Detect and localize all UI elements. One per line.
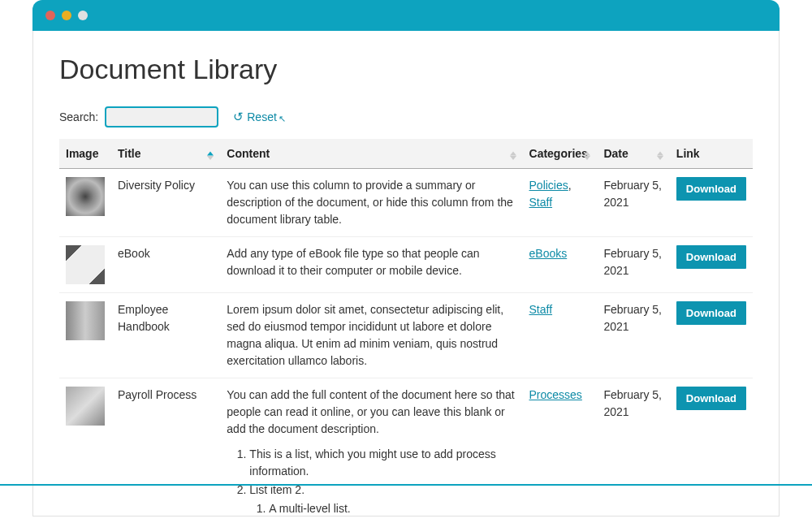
download-button[interactable]: Download	[676, 245, 746, 269]
cell-title: eBook	[111, 237, 220, 293]
cell-date: February 5, 2021	[597, 237, 669, 293]
cell-categories: Staff	[523, 293, 598, 378]
cell-categories: Policies, Staff	[523, 169, 598, 237]
col-header-link: Link	[670, 139, 753, 169]
list-item: A multi-level list.	[269, 500, 516, 517]
table-row: eBook Add any type of eBook file type so…	[59, 237, 753, 293]
cell-content: You can use this column to provide a sum…	[220, 169, 522, 237]
footer-accent-line	[0, 484, 812, 486]
category-link[interactable]: Policies	[529, 179, 568, 192]
window-minimize-dot[interactable]	[62, 11, 71, 20]
cursor-icon: ↖	[279, 114, 286, 124]
cell-date: February 5, 2021	[597, 169, 669, 237]
search-label: Search:	[59, 110, 98, 123]
reset-button[interactable]: ↺ Reset ↖	[233, 110, 286, 124]
browser-title-bar	[32, 0, 780, 31]
cell-content: Add any type of eBook file type so that …	[220, 237, 522, 293]
cell-title: Payroll Process	[111, 378, 220, 517]
cell-date: February 5, 2021	[597, 378, 669, 517]
table-row: Payroll Process You can add the full con…	[59, 378, 753, 517]
list-item: This is a list, which you might use to a…	[249, 446, 516, 480]
download-button[interactable]: Download	[676, 301, 746, 325]
cell-categories: Processes	[523, 378, 598, 517]
thumbnail-icon[interactable]	[66, 177, 105, 216]
col-header-categories[interactable]: Categories	[523, 139, 598, 169]
reset-label: Reset	[247, 110, 277, 123]
window-close-dot[interactable]	[45, 11, 55, 20]
content-sublist: A multi-level list. Another list item.	[269, 500, 516, 517]
undo-icon: ↺	[233, 110, 244, 124]
col-header-content[interactable]: Content	[220, 139, 522, 169]
download-button[interactable]: Download	[676, 387, 746, 410]
cell-content: Lorem ipsum dolor sit amet, consectetur …	[220, 293, 522, 378]
content-list: This is a list, which you might use to a…	[249, 446, 516, 517]
document-table: Image Title Content Categories Date Link…	[59, 139, 753, 517]
window-maximize-dot[interactable]	[78, 11, 88, 20]
category-link[interactable]: Staff	[529, 196, 553, 209]
cell-title: Diversity Policy	[111, 169, 220, 237]
list-item: List item 2. A multi-level list. Another…	[249, 482, 516, 517]
thumbnail-icon[interactable]	[66, 301, 105, 340]
table-row: Diversity Policy You can use this column…	[59, 169, 753, 237]
cell-date: February 5, 2021	[597, 293, 669, 378]
col-header-image[interactable]: Image	[59, 139, 111, 169]
col-header-date[interactable]: Date	[597, 139, 669, 169]
category-link[interactable]: Staff	[529, 303, 553, 316]
category-link[interactable]: eBooks	[529, 247, 568, 260]
search-input[interactable]	[105, 106, 218, 128]
thumbnail-icon[interactable]	[66, 387, 105, 426]
search-bar: Search: ↺ Reset ↖	[59, 106, 753, 128]
download-button[interactable]: Download	[676, 177, 746, 201]
page-title: Document Library	[59, 54, 753, 85]
app-window: Document Library Search: ↺ Reset ↖ Image…	[32, 31, 780, 517]
cell-content: You can add the full content of the docu…	[220, 378, 522, 517]
thumbnail-icon[interactable]	[66, 245, 105, 284]
col-header-title[interactable]: Title	[111, 139, 220, 169]
cell-categories: eBooks	[523, 237, 598, 293]
cell-title: Employee Handbook	[111, 293, 220, 378]
table-row: Employee Handbook Lorem ipsum dolor sit …	[59, 293, 753, 378]
category-link[interactable]: Processes	[529, 388, 582, 401]
